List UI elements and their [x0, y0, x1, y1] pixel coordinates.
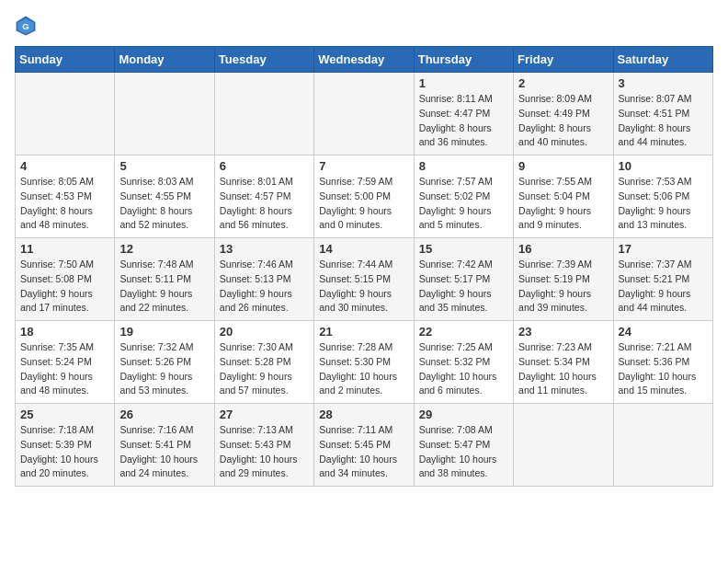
calendar-cell: 21Sunrise: 7:28 AM Sunset: 5:30 PM Dayli…	[314, 321, 414, 404]
day-info: Sunrise: 7:30 AM Sunset: 5:28 PM Dayligh…	[220, 340, 309, 398]
calendar-cell	[514, 404, 613, 487]
day-number: 27	[220, 408, 309, 421]
day-info: Sunrise: 7:44 AM Sunset: 5:15 PM Dayligh…	[319, 258, 408, 316]
day-info: Sunrise: 7:48 AM Sunset: 5:11 PM Dayligh…	[119, 258, 209, 316]
calendar-cell: 23Sunrise: 7:23 AM Sunset: 5:34 PM Dayli…	[514, 321, 613, 404]
day-number: 19	[119, 325, 209, 339]
day-number: 3	[619, 76, 708, 90]
calendar-cell: 17Sunrise: 7:37 AM Sunset: 5:21 PM Dayli…	[613, 238, 712, 321]
calendar-cell	[115, 73, 214, 155]
day-number: 7	[319, 159, 408, 173]
calendar-cell: 4Sunrise: 8:05 AM Sunset: 4:53 PM Daylig…	[16, 155, 115, 238]
calendar-cell: 15Sunrise: 7:42 AM Sunset: 5:17 PM Dayli…	[414, 238, 513, 321]
calendar-cell	[214, 73, 313, 155]
day-number: 14	[319, 242, 408, 256]
day-number: 16	[518, 242, 608, 256]
calendar-cell: 24Sunrise: 7:21 AM Sunset: 5:36 PM Dayli…	[613, 321, 712, 404]
day-number: 13	[220, 242, 309, 256]
day-number: 24	[619, 325, 708, 339]
calendar-table: SundayMondayTuesdayWednesdayThursdayFrid…	[15, 46, 713, 487]
calendar-cell: 19Sunrise: 7:32 AM Sunset: 5:26 PM Dayli…	[115, 321, 214, 404]
calendar-cell: 26Sunrise: 7:16 AM Sunset: 5:41 PM Dayli…	[115, 404, 214, 487]
weekday-header-saturday: Saturday	[613, 47, 712, 73]
logo-icon: G	[15, 15, 37, 37]
calendar-cell	[613, 404, 712, 487]
day-number: 22	[419, 325, 508, 339]
weekday-header-wednesday: Wednesday	[314, 47, 414, 73]
weekday-header-thursday: Thursday	[414, 47, 513, 73]
day-info: Sunrise: 7:28 AM Sunset: 5:30 PM Dayligh…	[319, 340, 408, 398]
day-number: 1	[419, 76, 508, 90]
day-info: Sunrise: 7:11 AM Sunset: 5:45 PM Dayligh…	[319, 423, 408, 481]
day-number: 12	[119, 242, 209, 256]
day-number: 15	[419, 242, 508, 256]
calendar-cell: 10Sunrise: 7:53 AM Sunset: 5:06 PM Dayli…	[613, 155, 712, 238]
calendar-cell: 25Sunrise: 7:18 AM Sunset: 5:39 PM Dayli…	[16, 404, 115, 487]
day-number: 29	[419, 408, 508, 421]
calendar-cell: 1Sunrise: 8:11 AM Sunset: 4:47 PM Daylig…	[414, 73, 513, 155]
calendar-cell: 3Sunrise: 8:07 AM Sunset: 4:51 PM Daylig…	[613, 73, 712, 155]
day-info: Sunrise: 7:35 AM Sunset: 5:24 PM Dayligh…	[20, 340, 109, 398]
calendar-cell	[314, 73, 414, 155]
calendar-cell: 13Sunrise: 7:46 AM Sunset: 5:13 PM Dayli…	[214, 238, 313, 321]
day-info: Sunrise: 7:42 AM Sunset: 5:17 PM Dayligh…	[419, 258, 508, 316]
calendar-cell: 9Sunrise: 7:55 AM Sunset: 5:04 PM Daylig…	[514, 155, 613, 238]
logo: G	[15, 15, 40, 37]
day-number: 2	[518, 76, 608, 90]
day-info: Sunrise: 7:55 AM Sunset: 5:04 PM Dayligh…	[518, 175, 608, 233]
day-number: 5	[119, 159, 209, 173]
calendar-cell: 29Sunrise: 7:08 AM Sunset: 5:47 PM Dayli…	[414, 404, 513, 487]
day-info: Sunrise: 7:08 AM Sunset: 5:47 PM Dayligh…	[419, 423, 508, 481]
calendar-week-2: 4Sunrise: 8:05 AM Sunset: 4:53 PM Daylig…	[16, 155, 713, 238]
day-number: 18	[20, 325, 109, 339]
calendar-cell: 6Sunrise: 8:01 AM Sunset: 4:57 PM Daylig…	[214, 155, 313, 238]
day-info: Sunrise: 7:46 AM Sunset: 5:13 PM Dayligh…	[220, 258, 309, 316]
day-info: Sunrise: 7:59 AM Sunset: 5:00 PM Dayligh…	[319, 175, 408, 233]
day-info: Sunrise: 7:23 AM Sunset: 5:34 PM Dayligh…	[518, 340, 608, 398]
day-info: Sunrise: 8:01 AM Sunset: 4:57 PM Dayligh…	[220, 175, 309, 233]
calendar-cell: 18Sunrise: 7:35 AM Sunset: 5:24 PM Dayli…	[16, 321, 115, 404]
calendar-cell: 16Sunrise: 7:39 AM Sunset: 5:19 PM Dayli…	[514, 238, 613, 321]
day-info: Sunrise: 7:39 AM Sunset: 5:19 PM Dayligh…	[518, 258, 608, 316]
day-number: 20	[220, 325, 309, 339]
day-number: 21	[319, 325, 408, 339]
calendar-cell: 22Sunrise: 7:25 AM Sunset: 5:32 PM Dayli…	[414, 321, 513, 404]
calendar-cell: 14Sunrise: 7:44 AM Sunset: 5:15 PM Dayli…	[314, 238, 414, 321]
day-number: 26	[119, 408, 209, 421]
calendar-header: SundayMondayTuesdayWednesdayThursdayFrid…	[16, 47, 713, 73]
calendar-cell	[16, 73, 115, 155]
day-info: Sunrise: 7:16 AM Sunset: 5:41 PM Dayligh…	[119, 423, 209, 481]
day-number: 23	[518, 325, 608, 339]
calendar-week-5: 25Sunrise: 7:18 AM Sunset: 5:39 PM Dayli…	[16, 404, 713, 487]
calendar-cell: 7Sunrise: 7:59 AM Sunset: 5:00 PM Daylig…	[314, 155, 414, 238]
day-info: Sunrise: 8:07 AM Sunset: 4:51 PM Dayligh…	[619, 92, 708, 150]
day-info: Sunrise: 7:13 AM Sunset: 5:43 PM Dayligh…	[220, 423, 309, 481]
day-number: 6	[220, 159, 309, 173]
day-info: Sunrise: 7:50 AM Sunset: 5:08 PM Dayligh…	[20, 258, 109, 316]
calendar-cell: 11Sunrise: 7:50 AM Sunset: 5:08 PM Dayli…	[16, 238, 115, 321]
weekday-row: SundayMondayTuesdayWednesdayThursdayFrid…	[16, 47, 713, 73]
svg-text:G: G	[22, 21, 28, 31]
day-number: 10	[619, 159, 708, 173]
calendar-cell: 12Sunrise: 7:48 AM Sunset: 5:11 PM Dayli…	[115, 238, 214, 321]
header: G	[15, 15, 713, 37]
weekday-header-monday: Monday	[115, 47, 214, 73]
day-info: Sunrise: 8:09 AM Sunset: 4:49 PM Dayligh…	[518, 92, 608, 150]
day-info: Sunrise: 7:21 AM Sunset: 5:36 PM Dayligh…	[619, 340, 708, 398]
calendar-body: 1Sunrise: 8:11 AM Sunset: 4:47 PM Daylig…	[16, 73, 713, 487]
day-number: 28	[319, 408, 408, 421]
day-info: Sunrise: 7:32 AM Sunset: 5:26 PM Dayligh…	[119, 340, 209, 398]
day-info: Sunrise: 7:25 AM Sunset: 5:32 PM Dayligh…	[419, 340, 508, 398]
weekday-header-sunday: Sunday	[16, 47, 115, 73]
day-info: Sunrise: 8:03 AM Sunset: 4:55 PM Dayligh…	[119, 175, 209, 233]
day-info: Sunrise: 7:57 AM Sunset: 5:02 PM Dayligh…	[419, 175, 508, 233]
calendar-cell: 5Sunrise: 8:03 AM Sunset: 4:55 PM Daylig…	[115, 155, 214, 238]
day-info: Sunrise: 7:18 AM Sunset: 5:39 PM Dayligh…	[20, 423, 109, 481]
day-number: 25	[20, 408, 109, 421]
day-number: 9	[518, 159, 608, 173]
calendar-week-4: 18Sunrise: 7:35 AM Sunset: 5:24 PM Dayli…	[16, 321, 713, 404]
day-info: Sunrise: 8:11 AM Sunset: 4:47 PM Dayligh…	[419, 92, 508, 150]
day-info: Sunrise: 7:53 AM Sunset: 5:06 PM Dayligh…	[619, 175, 708, 233]
calendar-week-3: 11Sunrise: 7:50 AM Sunset: 5:08 PM Dayli…	[16, 238, 713, 321]
calendar-week-1: 1Sunrise: 8:11 AM Sunset: 4:47 PM Daylig…	[16, 73, 713, 155]
